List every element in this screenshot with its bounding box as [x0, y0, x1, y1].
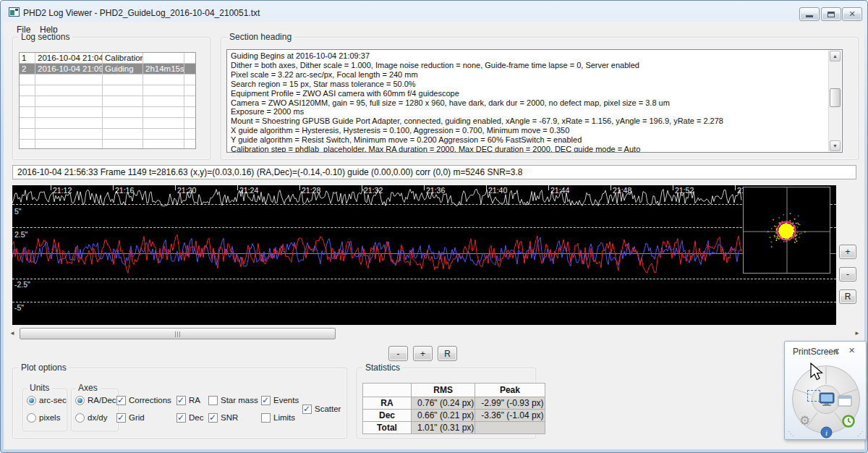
checkbox-events[interactable]	[261, 396, 271, 405]
stats-row-label: Total	[363, 422, 412, 434]
log-section-row[interactable]	[20, 107, 195, 118]
log-cell: 1	[20, 53, 35, 64]
log-text-line: Equipment Profile = ZWO ASI camera with …	[227, 89, 842, 98]
log-text-line: X guide algorithm = Hysteresis, Hysteres…	[227, 126, 842, 135]
pan-plus-button[interactable]: +	[413, 346, 433, 361]
plot-options-label: Plot options	[18, 363, 69, 373]
mouse-cursor-icon	[810, 363, 825, 382]
log-cell	[184, 64, 195, 75]
printscreen-title: PrintScreen	[793, 347, 838, 357]
phd2-log-viewer-window: PHD2 Log Viewer - PHD2_GuideLog_2016-10-…	[0, 0, 868, 453]
zoom-out-button[interactable]: -	[839, 267, 856, 281]
radio-ra-dec[interactable]	[75, 396, 85, 405]
log-cell	[184, 75, 195, 85]
stats-rms-value: 0.66" (0.21 px)	[412, 410, 475, 422]
log-cell	[143, 118, 184, 129]
stats-rms-value: 1.01" (0.31 px)	[412, 422, 475, 434]
log-text-line: Dither = both axes, Dither scale = 1.000…	[227, 61, 842, 70]
radio-label: RA/Dec	[88, 396, 116, 405]
heading-scrollbar[interactable]: ▲ ▼	[828, 51, 841, 151]
close-button[interactable]: ✕	[842, 7, 862, 21]
settings-gear-icon[interactable]: ⚙	[799, 415, 810, 427]
log-section-row[interactable]	[20, 129, 195, 140]
timer-clock-icon[interactable]	[842, 415, 855, 428]
log-section-row[interactable]	[20, 96, 195, 107]
pan-reset-button[interactable]: R	[438, 346, 457, 361]
log-section-row[interactable]: 22016-10-04 21:09:37Guiding2h14m15s	[20, 64, 195, 75]
resize-grip[interactable]: ⋱	[788, 431, 793, 437]
scroll-left-button[interactable]: ◄	[7, 328, 18, 339]
zoom-in-button[interactable]: +	[839, 245, 856, 259]
log-cell	[103, 118, 143, 129]
log-cell	[103, 85, 143, 96]
log-cell	[143, 107, 184, 118]
stats-row-label: Dec	[363, 410, 412, 422]
pin-icon[interactable]	[833, 347, 841, 357]
log-cell	[184, 53, 195, 64]
log-text-line: Exposure = 2000 ms	[227, 107, 842, 117]
log-cell	[143, 75, 184, 85]
log-cell	[143, 53, 184, 64]
guide-graph[interactable]: 5"2.5"-2.5"-5" 21:1221:1621:2021:2421:28…	[12, 185, 836, 325]
gadget-close-icon[interactable]: ✕	[848, 347, 855, 355]
log-cell	[20, 75, 35, 85]
checkbox-ra[interactable]	[176, 396, 186, 405]
log-section-row[interactable]	[20, 75, 195, 85]
radio-pixels[interactable]	[27, 413, 36, 423]
stats-header: RMS	[412, 384, 475, 397]
stats-peak-value: -2.99" (-0.93 px)	[475, 397, 545, 410]
log-cell	[103, 107, 143, 118]
log-cell	[184, 85, 195, 96]
printscreen-gadget[interactable]: PrintScreen ✕	[784, 341, 867, 440]
log-section-row[interactable]	[20, 118, 195, 129]
info-icon[interactable]: i	[820, 426, 833, 439]
region-capture-icon[interactable]	[807, 390, 820, 402]
guide-traces	[12, 185, 836, 325]
h-scrollbar[interactable]: ◄ ►	[7, 328, 863, 339]
checkbox-scatter[interactable]	[302, 405, 312, 414]
log-cell	[184, 129, 195, 140]
log-cell	[103, 140, 143, 149]
log-cell	[35, 140, 103, 149]
radio-arc-sec[interactable]	[27, 396, 36, 405]
radio-label: dx/dy	[88, 413, 108, 422]
heading-scrollbar-thumb[interactable]	[830, 88, 841, 107]
h-scrollbar-thumb[interactable]	[20, 328, 336, 339]
checkbox-snr[interactable]	[208, 413, 218, 423]
resize-grip[interactable]: ⋰	[857, 431, 863, 437]
radio-dx-dy[interactable]	[75, 413, 85, 423]
statistics-label: Statistics	[362, 363, 403, 373]
checkbox-corrections[interactable]	[116, 396, 126, 405]
log-cell	[35, 118, 103, 129]
checkbox-label: Limits	[273, 413, 295, 422]
window-capture-icon[interactable]	[838, 395, 852, 407]
scroll-right-button[interactable]: ►	[851, 328, 863, 339]
monitor-icon	[818, 392, 835, 407]
checkbox-star-mass[interactable]	[208, 396, 218, 405]
stats-header-row: RMSPeak	[363, 384, 545, 397]
log-text-line: Guiding Begins at 2016-10-04 21:09:37	[227, 51, 842, 61]
scroll-down-button[interactable]: ▼	[830, 140, 841, 151]
log-sections-label: Log sections	[18, 33, 72, 42]
stats-peak-value: -3.36" (-1.04 px)	[475, 410, 545, 422]
menu-bar: FileHelp	[1, 22, 863, 36]
checkbox-limits[interactable]	[261, 413, 271, 423]
reset-button[interactable]: R	[839, 289, 856, 304]
log-section-row[interactable]: 12016-10-04 21:04:20Calibration	[20, 53, 195, 64]
log-cell	[20, 85, 35, 96]
log-section-row[interactable]	[20, 85, 195, 96]
pan-minus-button[interactable]: -	[388, 346, 408, 361]
log-section-row[interactable]	[20, 140, 195, 149]
maximize-button[interactable]	[821, 7, 841, 21]
capture-wheel[interactable]: ⚙ i	[792, 365, 860, 433]
scroll-up-button[interactable]: ▲	[830, 51, 841, 62]
section-heading-text[interactable]: Guiding Begins at 2016-10-04 21:09:37Dit…	[226, 49, 843, 153]
log-cell	[184, 140, 195, 149]
title-bar[interactable]: PHD2 Log Viewer - PHD2_GuideLog_2016-10-…	[1, 1, 867, 22]
log-sections-table[interactable]: 12016-10-04 21:04:20Calibration22016-10-…	[19, 52, 196, 149]
minimize-button[interactable]	[799, 7, 820, 21]
checkbox-dec[interactable]	[176, 413, 186, 423]
checkbox-grid[interactable]	[116, 413, 126, 423]
log-cell	[20, 118, 35, 129]
stats-row: Total1.01" (0.31 px)	[363, 422, 545, 434]
